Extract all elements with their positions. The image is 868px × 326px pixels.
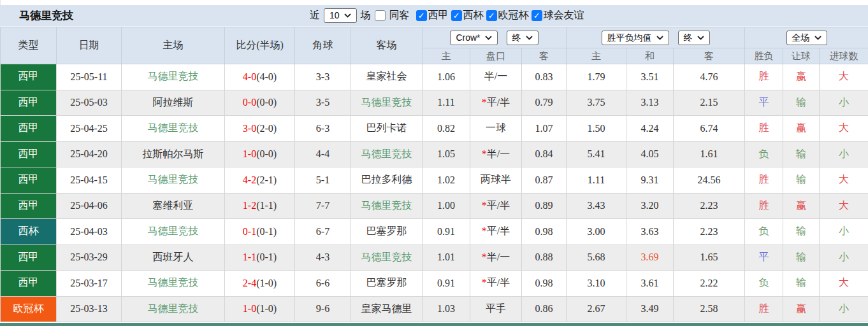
bookmaker-select[interactable]: Crow* [450, 31, 497, 45]
filter-checkbox[interactable]: ✓ [451, 10, 462, 21]
league-badge: 欧冠杯 [1, 296, 57, 322]
avg-home-odds: 1.50 [567, 116, 626, 142]
home-team[interactable]: 拉斯帕尔马斯 [122, 141, 225, 167]
handicap-text: 平手 [486, 303, 506, 314]
chevron-down-icon [485, 36, 492, 40]
filter-label: 西杯 [463, 9, 484, 22]
match-result: 平 [745, 244, 783, 271]
odds-away: 0.87 [522, 167, 567, 194]
home-team[interactable]: 马德里竞技 [122, 167, 225, 194]
away-team[interactable]: 马德里竞技 [351, 193, 423, 219]
odds-home: 0.91 [423, 219, 470, 245]
league-badge: 西甲 [1, 64, 57, 90]
match-date: 25-05-03 [57, 90, 122, 116]
handicap-star: * [482, 277, 487, 288]
match-result: 胜 [745, 296, 783, 322]
col-header-corners: 角球 [295, 27, 351, 64]
recent-count-select[interactable]: 10 [324, 8, 357, 23]
odds-away: 1.07 [522, 116, 567, 142]
filter-checkbox[interactable]: ✓ [416, 10, 427, 21]
handicap-line: *半/一 [470, 141, 522, 167]
filter-checkbox[interactable]: ✓ [532, 10, 542, 21]
goals-result: 小 [820, 219, 868, 245]
match-date: 25-03-29 [57, 244, 122, 271]
handicap-line: *平/半 [470, 90, 522, 116]
handicap-line: 半/一 [470, 64, 522, 90]
league-badge: 西甲 [1, 116, 57, 142]
home-team[interactable]: 马德里竞技 [122, 271, 225, 297]
odds-home: 1.06 [423, 64, 470, 90]
avg-home-odds: 3.75 [567, 90, 626, 116]
halftime-score: (0-0) [256, 97, 277, 108]
avg-type-select[interactable]: 胜平负均值 [602, 31, 669, 45]
home-team[interactable]: 马德里竞技 [122, 116, 225, 142]
handicap-result: 赢 [783, 64, 820, 90]
odds-away: 0.86 [522, 296, 567, 322]
table-row: 西杯 25-04-03 马德里竞技 0-1(0-1) 6-7 巴塞罗那 0.91… [1, 219, 868, 245]
sub-header-avg-home: 主 [567, 48, 626, 64]
chevron-down-icon [344, 13, 351, 18]
score: 0-1(0-1) [225, 219, 295, 245]
goals-result: 小 [820, 296, 868, 322]
avg-draw-odds: 3.69 [626, 244, 674, 271]
handicap-star: * [482, 200, 487, 211]
corners: 4-4 [295, 141, 351, 167]
score: 2-4(1-0) [225, 271, 295, 297]
table-row: 欧冠杯 25-03-13 马德里竞技 1-0(1-0) 9-6 皇家马德里 1.… [1, 296, 868, 322]
home-team[interactable]: 马德里竞技 [122, 296, 225, 322]
handicap-text: 半/一 [484, 71, 507, 82]
home-team[interactable]: 马德里竞技 [122, 64, 225, 90]
home-team[interactable]: 阿拉维斯 [122, 90, 225, 116]
handicap-text: 两球半 [481, 174, 511, 185]
goals-result: 小 [820, 90, 868, 116]
chevron-down-icon [526, 36, 533, 40]
away-team[interactable]: 马德里竞技 [351, 244, 423, 271]
handicap-result: 赢 [783, 296, 820, 322]
handicap-star: * [482, 97, 487, 108]
handicap-line: *平/半 [470, 271, 522, 297]
league-filters: ✓西甲✓西杯✓欧冠杯✓球会友谊 [414, 9, 584, 22]
halftime-score: (4-0) [256, 71, 277, 82]
away-team[interactable]: 巴塞罗那 [351, 219, 423, 245]
handicap-text: 平/半 [487, 200, 510, 211]
handicap-text: 平/半 [487, 277, 510, 288]
corners: 6-6 [295, 271, 351, 297]
avg-away-odds: 2.58 [674, 296, 745, 322]
handicap-text: 半/一 [487, 148, 510, 159]
away-team[interactable]: 巴列卡诺 [351, 116, 423, 142]
away-team[interactable]: 皇家社会 [351, 64, 423, 90]
avg-draw-odds: 4.05 [626, 141, 674, 167]
score: 0-0(0-0) [225, 90, 295, 116]
fulltime-score: 4-0 [243, 71, 256, 82]
score: 4-0(4-0) [225, 64, 295, 90]
halftime-score: (0-0) [256, 148, 277, 159]
league-badge: 西甲 [1, 167, 57, 194]
same-opponent-checkbox[interactable] [375, 10, 386, 21]
away-team[interactable]: 马德里竞技 [351, 90, 423, 116]
handicap-result: 输 [783, 90, 820, 116]
halftime-score: (0-1) [256, 252, 277, 262]
away-team[interactable]: 马德里竞技 [351, 141, 423, 167]
topbar: 马德里竞技 近 10 场 同客 ✓西甲✓西杯✓欧冠杯✓球会友谊 [0, 5, 868, 27]
home-team[interactable]: 塞维利亚 [122, 193, 225, 219]
match-result: 胜 [745, 116, 783, 142]
odds-stage-select[interactable]: 终 [507, 31, 539, 45]
match-date: 25-04-03 [57, 219, 122, 245]
home-team[interactable]: 马德里竞技 [122, 219, 225, 245]
odds-home: 1.05 [423, 141, 470, 167]
chevron-down-icon [697, 36, 704, 40]
away-team[interactable]: 巴塞罗那 [351, 271, 423, 297]
score: 3-0(2-0) [225, 116, 295, 142]
odds-away: 0.98 [522, 219, 567, 245]
home-team[interactable]: 西班牙人 [122, 244, 225, 271]
table-row: 西甲 25-05-11 马德里竞技 4-0(4-0) 3-3 皇家社会 1.06… [1, 64, 868, 90]
away-team[interactable]: 巴拉多利德 [351, 167, 423, 194]
match-date: 25-05-11 [57, 64, 122, 90]
avg-stage-select[interactable]: 终 [678, 31, 710, 45]
away-team[interactable]: 皇家马德里 [351, 296, 423, 322]
scope-select[interactable]: 全场 [786, 31, 827, 45]
handicap-result: 输 [783, 271, 820, 297]
filter-checkbox[interactable]: ✓ [486, 10, 497, 21]
odds-home: 0.82 [423, 116, 470, 142]
handicap-result: 输 [783, 219, 820, 245]
